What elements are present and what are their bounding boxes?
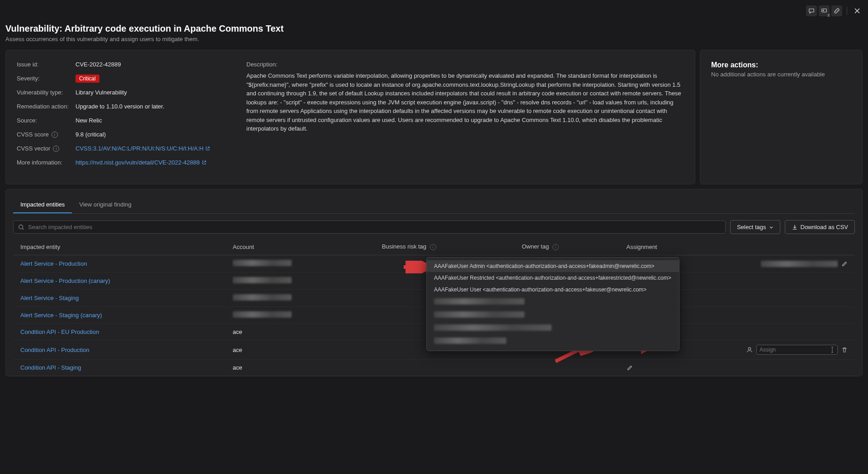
remediation-label: Remediation action: (17, 103, 75, 110)
external-link-icon (205, 146, 210, 151)
entity-link[interactable]: Alert Service - Staging (20, 295, 79, 301)
toolbar-divider (847, 7, 847, 15)
cvss-score-label: CVSS score i (17, 131, 75, 138)
page-title: Vulnerability: Arbitrary code execution … (5, 23, 863, 34)
account-cell (226, 307, 375, 324)
account-cell (226, 272, 375, 290)
dropdown-item-redacted[interactable] (427, 335, 679, 348)
dropdown-item-redacted[interactable] (427, 309, 679, 322)
issue-id-label: Issue id: (17, 61, 75, 68)
edit-icon[interactable] (841, 261, 848, 267)
vuln-type-label: Vulnerability type: (17, 89, 75, 96)
col-assignment[interactable]: Assignment (619, 239, 855, 255)
account-cell: ace (226, 340, 375, 360)
download-csv-button[interactable]: Download as CSV (785, 220, 855, 234)
chevron-down-icon (769, 225, 774, 230)
more-info-link[interactable]: https://nvd.nist.gov/vuln/detail/CVE-202… (75, 159, 207, 166)
cvss-vector-link[interactable]: CVSS:3.1/AV:N/AC:L/PR:N/UI:N/S:U/C:H/I:H… (75, 145, 210, 152)
source-value: New Relic (75, 117, 225, 124)
external-link-icon (202, 160, 207, 165)
edit-icon[interactable] (627, 365, 848, 371)
assign-input[interactable] (760, 347, 827, 353)
svg-point-4 (748, 347, 750, 350)
severity-badge: Critical (75, 75, 99, 83)
dropdown-item[interactable]: AAAFakeUser User <authentication-authori… (427, 284, 679, 296)
assign-input-wrap[interactable] (756, 345, 838, 355)
account-cell: ace (226, 324, 375, 340)
entity-link[interactable]: Condition API - Staging (20, 364, 81, 371)
source-label: Source: (17, 117, 75, 124)
svg-rect-0 (809, 9, 814, 12)
account-cell (226, 290, 375, 307)
dropdown-item[interactable]: AAAFakeUser Restricted <authentication-a… (427, 272, 679, 284)
col-account[interactable]: Account (226, 239, 375, 255)
details-panel: Issue id: CVE-2022-42889 Severity: Criti… (5, 50, 695, 184)
col-owner-tag[interactable]: Owner tag i (514, 239, 619, 255)
entities-panel: Impacted entities View original finding … (5, 189, 863, 376)
dropdown-item[interactable]: AAAFakeUser Admin <authentication-author… (427, 260, 679, 272)
link-icon-button[interactable] (831, 5, 842, 16)
info-icon[interactable]: i (53, 145, 59, 152)
search-input[interactable] (28, 224, 721, 230)
vuln-type-value: Library Vulnerability (75, 89, 225, 96)
table-row: Condition API - Stagingace (13, 360, 855, 376)
download-icon (792, 224, 798, 230)
info-icon[interactable]: i (552, 244, 559, 250)
page-subtitle: Assess occurrences of this vulnerability… (5, 36, 863, 42)
comment-icon-button[interactable] (806, 5, 817, 16)
account-cell: ace (226, 360, 375, 376)
svg-point-2 (823, 10, 824, 11)
remediation-value: Upgrade to 1.10.0 version or later. (75, 103, 225, 110)
entity-link[interactable]: Alert Service - Production (20, 260, 87, 267)
tab-impacted-entities[interactable]: Impacted entities (13, 197, 72, 213)
text-cursor-icon (830, 347, 835, 353)
close-icon-button[interactable] (852, 5, 863, 16)
issue-id-value: CVE-2022-42889 (75, 61, 225, 68)
description-text: Apache Commons Text performs variable in… (246, 71, 684, 133)
dropdown-item-redacted[interactable] (427, 322, 679, 335)
info-icon[interactable]: i (430, 244, 436, 250)
description-label: Description: (246, 61, 684, 68)
share-icon-button[interactable] (819, 5, 830, 16)
cvss-vector-label: CVSS vector i (17, 145, 75, 152)
more-info-label: More information: (17, 159, 75, 166)
svg-point-3 (19, 225, 23, 229)
account-cell (226, 255, 375, 272)
dropdown-item-redacted[interactable] (427, 296, 679, 309)
col-entity[interactable]: Impacted entity (13, 239, 226, 255)
svg-rect-1 (822, 9, 827, 12)
assign-dropdown[interactable]: AAAFakeUser Admin <authentication-author… (426, 257, 679, 351)
select-tags-button[interactable]: Select tags (730, 220, 780, 234)
cvss-score-value: 9.8 (critical) (75, 131, 225, 138)
entity-link[interactable]: Condition API - Production (20, 347, 89, 353)
more-actions-panel: More actions: No additional actions are … (700, 50, 863, 184)
entity-link[interactable]: Alert Service - Production (canary) (20, 277, 110, 284)
entity-link[interactable]: Alert Service - Staging (canary) (20, 312, 102, 319)
severity-label: Severity: (17, 75, 75, 82)
trash-icon[interactable] (841, 347, 848, 353)
entity-link[interactable]: Condition API - EU Production (20, 329, 99, 335)
more-actions-text: No additional actions are currently avai… (711, 71, 851, 78)
info-icon[interactable]: i (52, 131, 58, 138)
search-icon (18, 224, 24, 230)
user-icon (746, 347, 753, 353)
col-business-risk[interactable]: Business risk tag i (375, 239, 514, 255)
search-wrap[interactable] (13, 221, 726, 234)
more-actions-title: More actions: (711, 61, 851, 69)
tab-view-original[interactable]: View original finding (72, 197, 138, 213)
